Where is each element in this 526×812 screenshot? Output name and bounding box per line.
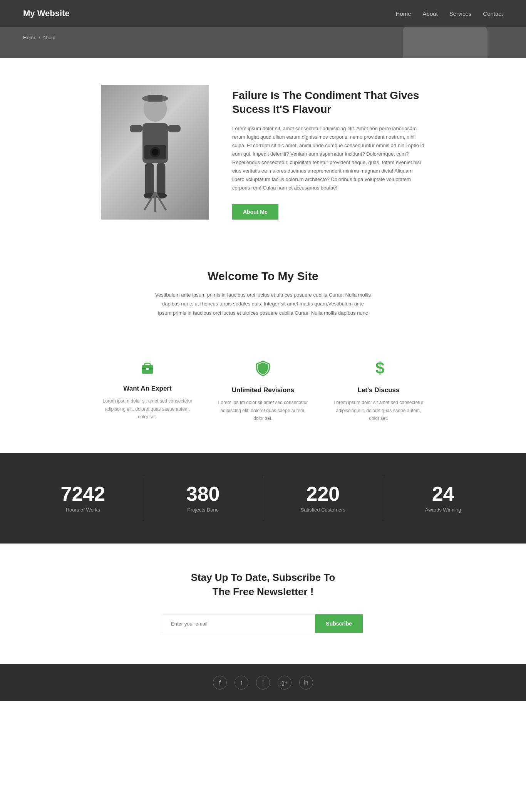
social-instagram[interactable]: i — [256, 676, 270, 690]
social-facebook[interactable]: f — [213, 676, 227, 690]
stat-label-3: Awards Winning — [391, 507, 495, 513]
feature-item-2: $ Let's Discuss Lorem ipsum dolor sit am… — [321, 352, 436, 430]
about-content: Failure Is The Condiment That Gives Suce… — [232, 85, 425, 220]
nav-home[interactable]: Home — [396, 10, 411, 17]
features-section: Want An Expert Lorem ipsum dolor sit ame… — [0, 333, 526, 453]
briefcase-icon — [101, 360, 194, 379]
nav-about[interactable]: About — [423, 10, 438, 17]
feature-title-2: Let's Discuss — [332, 386, 425, 394]
welcome-title: Welcome To My Site — [31, 270, 495, 283]
person-illustration — [117, 91, 194, 214]
svg-rect-17 — [145, 363, 150, 366]
breadcrumb-current: About — [42, 35, 55, 40]
stat-item-2: 220 Satisfied Customers — [263, 476, 384, 520]
svg-point-8 — [152, 149, 159, 156]
stats-section: 7242 Hours of Works 380 Projects Done 22… — [0, 453, 526, 544]
svg-rect-5 — [168, 125, 181, 132]
stat-item-0: 7242 Hours of Works — [23, 476, 143, 520]
welcome-section: Welcome To My Site Vestibulum ante ipsum… — [0, 247, 526, 333]
feature-text-0: Lorem ipsum dolor sit amet sed consectet… — [101, 397, 194, 421]
svg-rect-19 — [146, 368, 149, 370]
breadcrumb-home[interactable]: Home — [23, 35, 37, 40]
newsletter-title: Stay Up To Date, Subscribe ToThe Free Ne… — [23, 570, 503, 599]
feature-item-1: Unlimited Revisions Lorem ipsum dolor si… — [205, 352, 321, 430]
feature-text-1: Lorem ipsum dolor sit amet sed consectet… — [217, 399, 309, 422]
svg-rect-9 — [145, 163, 154, 196]
stat-number-3: 24 — [391, 484, 495, 504]
svg-text:$: $ — [375, 360, 384, 377]
stat-item-3: 24 Awards Winning — [383, 476, 503, 520]
feature-text-2: Lorem ipsum dolor sit amet sed consectet… — [332, 399, 425, 422]
about-body: Lorem ipsum dolor sit, amet consectetur … — [232, 124, 425, 193]
breadcrumb-separator: / — [39, 35, 40, 40]
nav-contact[interactable]: Contact — [483, 10, 503, 17]
social-twitter[interactable]: t — [235, 676, 248, 690]
newsletter-section: Stay Up To Date, Subscribe ToThe Free Ne… — [0, 544, 526, 664]
hero-section: Home / About — [0, 27, 526, 58]
welcome-text: Vestibulum ante ipsum primis in faucibus… — [155, 290, 371, 317]
email-input[interactable] — [163, 614, 315, 633]
svg-rect-4 — [130, 125, 142, 132]
header: My Website Home About Services Contact — [0, 0, 526, 27]
social-googleplus[interactable]: g+ — [278, 676, 291, 690]
about-section: Failure Is The Condiment That Gives Suce… — [70, 58, 456, 247]
svg-rect-2 — [148, 95, 162, 101]
dollar-icon: $ — [332, 360, 425, 380]
stat-label-2: Satisfied Customers — [271, 507, 375, 513]
about-title: Failure Is The Condiment That Gives Suce… — [232, 89, 425, 117]
main-nav: Home About Services Contact — [396, 10, 503, 17]
stat-item-1: 380 Projects Done — [143, 476, 263, 520]
newsletter-form: Subscribe — [163, 614, 363, 633]
stat-number-1: 380 — [151, 484, 255, 504]
feature-title-0: Want An Expert — [101, 385, 194, 393]
breadcrumb: Home / About — [23, 35, 503, 40]
stat-label-0: Hours of Works — [31, 507, 135, 513]
stat-number-0: 7242 — [31, 484, 135, 504]
svg-rect-10 — [157, 163, 166, 196]
footer: f t i g+ in — [0, 664, 526, 701]
stat-label-1: Projects Done — [151, 507, 255, 513]
site-logo: My Website — [23, 8, 70, 18]
shield-icon — [217, 360, 309, 380]
feature-item-0: Want An Expert Lorem ipsum dolor sit ame… — [90, 352, 205, 430]
about-image — [101, 85, 209, 220]
subscribe-button[interactable]: Subscribe — [315, 614, 363, 633]
social-linkedin[interactable]: in — [299, 676, 313, 690]
nav-services[interactable]: Services — [449, 10, 472, 17]
about-me-button[interactable]: About Me — [232, 204, 278, 220]
stat-number-2: 220 — [271, 484, 375, 504]
feature-title-1: Unlimited Revisions — [217, 386, 309, 394]
